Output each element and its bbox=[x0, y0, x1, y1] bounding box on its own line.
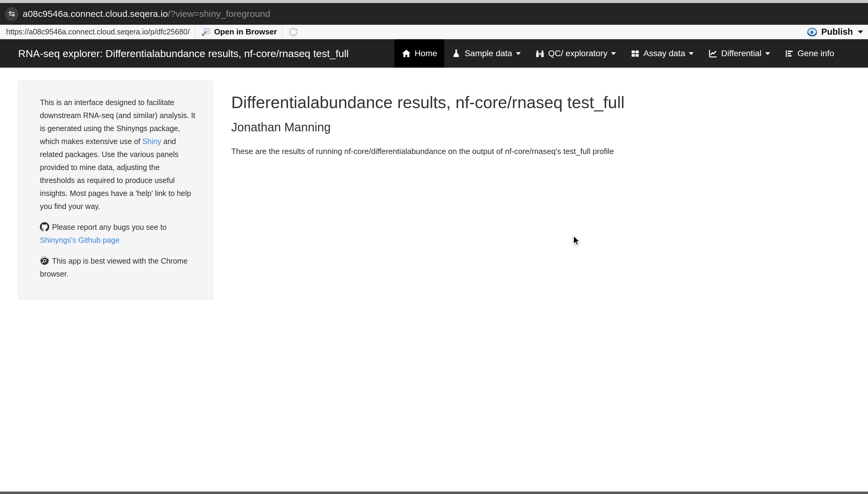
nav-item-home[interactable]: Home bbox=[394, 39, 445, 68]
nav-item-label: QC/ exploratory bbox=[548, 49, 608, 58]
intro-text-after: and related packages. Use the various pa… bbox=[40, 137, 191, 210]
nav-item-label: Differential bbox=[721, 49, 761, 58]
github-icon bbox=[40, 222, 49, 232]
intro-paragraph: This is an interface designed to facilit… bbox=[40, 96, 196, 213]
chrome-paragraph: This app is best viewed with the Chrome … bbox=[40, 254, 196, 281]
app-navbar: RNA-seq explorer: Differentialabundance … bbox=[0, 39, 868, 68]
chevron-down-icon bbox=[689, 52, 693, 55]
binoculars-icon bbox=[535, 49, 545, 58]
github-page-link[interactable]: Shinyngs's Github page bbox=[40, 236, 120, 244]
nav-item-label: Home bbox=[415, 49, 437, 58]
page-description: These are the results of running nf-core… bbox=[231, 147, 625, 156]
connect-logo-icon bbox=[806, 26, 818, 38]
nav-item-assay-data[interactable]: Assay data bbox=[623, 39, 701, 68]
bugs-paragraph: Please report any bugs you see to Shinyn… bbox=[40, 221, 196, 247]
chart-line-icon bbox=[708, 49, 718, 58]
chevron-down-icon bbox=[516, 52, 521, 55]
chart-bar-icon bbox=[784, 49, 794, 58]
bugs-text: Please report any bugs you see to bbox=[52, 223, 166, 231]
publish-label: Publish bbox=[821, 27, 853, 37]
chevron-down-icon bbox=[858, 31, 863, 34]
refresh-icon[interactable] bbox=[288, 27, 298, 37]
home-icon bbox=[402, 49, 411, 58]
intro-sidebar: This is an interface designed to facilit… bbox=[18, 81, 213, 300]
flask-icon bbox=[452, 49, 461, 58]
chrome-text: This app is best viewed with the Chrome … bbox=[40, 256, 188, 278]
page-content: This is an interface designed to facilit… bbox=[0, 68, 868, 300]
chevron-down-icon bbox=[765, 52, 770, 55]
address-host: a08c9546a.connect.cloud.seqera.io bbox=[23, 9, 168, 19]
app-title: RNA-seq explorer: Differentialabundance … bbox=[18, 48, 349, 59]
page-author: Jonathan Manning bbox=[231, 120, 625, 134]
nav-item-differential[interactable]: Differential bbox=[701, 39, 777, 68]
table-icon bbox=[630, 49, 640, 58]
open-in-browser-label: Open in Browser bbox=[214, 27, 277, 37]
sliders-icon[interactable] bbox=[5, 7, 18, 21]
window-top-strip bbox=[0, 0, 868, 3]
publish-button[interactable]: Publish bbox=[806, 26, 863, 38]
toolbar-url: https://a08c9546a.connect.cloud.seqera.i… bbox=[6, 27, 189, 36]
address-url[interactable]: a08c9546a.connect.cloud.seqera.io/?view=… bbox=[23, 9, 270, 19]
shiny-link[interactable]: Shiny bbox=[142, 137, 161, 146]
main-column: Differentialabundance results, nf-core/r… bbox=[231, 81, 636, 156]
nav-item-qc-exploratory[interactable]: QC/ exploratory bbox=[528, 39, 623, 68]
nav-item-sample-data[interactable]: Sample data bbox=[444, 39, 528, 68]
page-title: Differentialabundance results, nf-core/r… bbox=[231, 93, 625, 112]
address-bar[interactable]: a08c9546a.connect.cloud.seqera.io/?view=… bbox=[0, 3, 868, 25]
nav-items: Home Sample data bbox=[394, 39, 842, 68]
address-query: /?view=shiny_foreground bbox=[168, 9, 270, 19]
connect-toolbar: https://a08c9546a.connect.cloud.seqera.i… bbox=[0, 25, 868, 39]
toolbar-divider bbox=[195, 27, 195, 37]
chrome-icon bbox=[40, 256, 49, 265]
open-in-browser-icon bbox=[201, 27, 211, 37]
toolbar-divider bbox=[282, 27, 283, 37]
window-bottom-strip bbox=[0, 492, 868, 494]
nav-item-label: Gene info bbox=[798, 49, 834, 58]
open-in-browser-button[interactable]: Open in Browser bbox=[201, 27, 277, 37]
nav-item-gene-info[interactable]: Gene info bbox=[777, 39, 842, 68]
nav-item-label: Sample data bbox=[465, 49, 512, 58]
chevron-down-icon bbox=[611, 52, 616, 55]
screen: a08c9546a.connect.cloud.seqera.io/?view=… bbox=[0, 0, 868, 494]
nav-item-label: Assay data bbox=[644, 49, 685, 58]
